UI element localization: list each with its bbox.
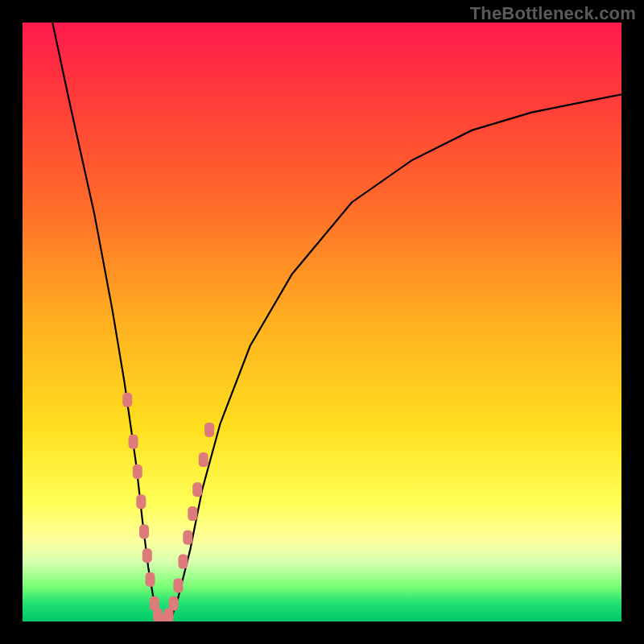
bottleneck-curve — [52, 23, 621, 621]
curve-marker — [192, 482, 202, 497]
curve-marker — [183, 530, 192, 545]
curve-marker — [178, 555, 188, 569]
plot-area — [23, 23, 621, 621]
curve-markers — [122, 393, 214, 621]
curve-marker — [139, 524, 149, 539]
chart-frame: TheBottleneck.com — [0, 0, 644, 644]
curve-marker — [199, 452, 208, 467]
watermark-text: TheBottleneck.com — [470, 3, 636, 24]
curve-layer — [23, 23, 621, 621]
curve-marker — [129, 435, 138, 449]
curve-marker — [136, 494, 146, 509]
curve-marker — [204, 423, 214, 437]
curve-marker — [173, 578, 183, 592]
curve-marker — [146, 572, 155, 587]
curve-marker — [169, 597, 179, 611]
curve-marker — [122, 393, 132, 407]
curve-marker — [142, 548, 152, 563]
curve-marker — [188, 506, 197, 521]
curve-marker — [133, 464, 142, 479]
